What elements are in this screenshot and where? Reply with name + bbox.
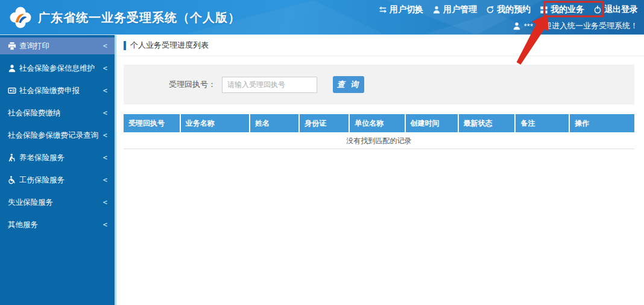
sidebar-item[interactable]: 社会保险费缴纳 < xyxy=(0,104,115,121)
welcome-text: 欢迎进入统一业务受理系统！ xyxy=(536,21,638,31)
sidebar-item[interactable]: 查询打印 < xyxy=(0,37,115,54)
receipt-number-label: 受理回执号： xyxy=(169,79,216,90)
user-manage-icon xyxy=(432,5,441,14)
top-menu-item-label: 用户切换 xyxy=(390,4,423,15)
top-menu-item[interactable]: 退出登录 xyxy=(593,4,638,15)
top-menu-item-label: 用户管理 xyxy=(443,4,477,15)
sidebar-item[interactable]: 社会保险参保缴费记录查询 < xyxy=(0,127,115,144)
table-header-cell: 受理回执号 xyxy=(124,114,181,132)
table-header-cell: 单位名称 xyxy=(350,114,405,132)
top-menu-item[interactable]: 我的业务 xyxy=(540,4,584,15)
sidebar-item-label: 查询打印 xyxy=(19,41,103,51)
sidebar-item[interactable]: 养老保险服务 < xyxy=(0,149,115,166)
switch-user-icon xyxy=(379,5,387,14)
collapse-chevron-icon: < xyxy=(103,153,107,162)
sidebar-nav: 查询打印 < 社会保险参保信息维护 < 社会保险缴费申报 < 社会保险费缴纳 <… xyxy=(0,35,116,305)
sidebar-item-label: 社会保险参保缴费记录查询 xyxy=(8,130,103,141)
sidebar-item[interactable]: 其他服务 < xyxy=(0,216,115,233)
table-header-cell: 身份证 xyxy=(300,114,350,132)
sidebar-item-label: 养老保险服务 xyxy=(19,153,103,163)
top-menu-item[interactable]: 我的预约 xyxy=(486,4,531,15)
collapse-chevron-icon: < xyxy=(103,198,107,207)
logout-icon xyxy=(593,5,602,14)
sidebar-item[interactable]: 社会保险参保信息维护 < xyxy=(0,60,115,77)
collapse-chevron-icon: < xyxy=(103,131,107,140)
collapse-chevron-icon: < xyxy=(103,176,107,184)
app-title: 广东省统一业务受理系统（个人版） xyxy=(38,5,241,30)
card-icon xyxy=(8,86,16,95)
person-icon xyxy=(8,64,16,72)
wheelchair-icon xyxy=(8,176,16,184)
table-header-cell: 操作 xyxy=(570,114,634,132)
top-menu-item[interactable]: 用户切换 xyxy=(379,4,423,15)
sidebar-item-label: 社会保险参保信息维护 xyxy=(19,63,103,74)
sidebar-item[interactable]: 工伤保险服务 < xyxy=(0,172,115,188)
collapse-chevron-icon: < xyxy=(103,64,107,72)
table-header-cell: 业务名称 xyxy=(181,114,250,132)
printer-icon xyxy=(8,42,16,50)
top-menu: 用户切换 用户管理 我的预约 我的业务 退出登录 xyxy=(379,4,638,15)
progress-table: 受理回执号 业务名称 姓名 身份证 单位名称 创建时间 最新状态 备注 操作 没… xyxy=(124,114,634,149)
table-header-cell: 创建时间 xyxy=(406,114,459,132)
table-header-row: 受理回执号 业务名称 姓名 身份证 单位名称 创建时间 最新状态 备注 操作 xyxy=(124,114,634,132)
table-header-cell: 姓名 xyxy=(250,114,300,132)
top-menu-item-label: 退出登录 xyxy=(604,4,638,15)
table-empty-message: 没有找到匹配的记录 xyxy=(124,132,634,149)
receipt-number-input[interactable] xyxy=(222,77,317,93)
sidebar-item-label: 社会保险费缴纳 xyxy=(8,108,103,118)
brand: 广东省统一业务受理系统（个人版） xyxy=(8,5,241,30)
my-business-icon xyxy=(540,5,548,14)
top-menu-item-label: 我的业务 xyxy=(551,4,584,15)
sidebar-item-label: 工伤保险服务 xyxy=(19,175,103,185)
top-menu-item[interactable]: 用户管理 xyxy=(432,4,477,15)
page-title-row: 个人业务受理进度列表 xyxy=(116,35,644,56)
page-title: 个人业务受理进度列表 xyxy=(130,40,209,51)
my-appointments-icon xyxy=(486,5,494,14)
title-accent-bar xyxy=(124,41,126,50)
search-form-panel: 受理回执号： 查 询 xyxy=(124,65,634,104)
sidebar-item-label: 失业保险服务 xyxy=(8,197,103,208)
top-menu-item-label: 我的预约 xyxy=(497,4,531,15)
person-icon xyxy=(513,22,521,30)
sidebar-item[interactable]: 失业保险服务 < xyxy=(0,194,115,211)
query-button[interactable]: 查 询 xyxy=(333,76,364,93)
sidebar-item-label: 其他服务 xyxy=(8,220,103,230)
collapse-chevron-icon: < xyxy=(103,86,107,95)
main-content: 个人业务受理进度列表 受理回执号： 查 询 受理回执号 业务名称 姓名 身份证 … xyxy=(116,35,644,305)
app-header: 广东省统一业务受理系统（个人版） 用户切换 用户管理 我的预约 我的业务 xyxy=(0,0,644,35)
collapse-chevron-icon: < xyxy=(103,42,107,50)
sidebar-item[interactable]: 社会保险缴费申报 < xyxy=(0,82,115,99)
collapse-chevron-icon: < xyxy=(103,109,107,117)
elderly-icon xyxy=(8,153,16,162)
collapse-chevron-icon: < xyxy=(103,220,107,229)
welcome-message: *** 欢迎进入统一业务受理系统！ xyxy=(513,21,638,31)
table-header-cell: 最新状态 xyxy=(459,114,516,132)
app-logo-icon xyxy=(8,5,33,30)
table-header-cell: 备注 xyxy=(516,114,570,132)
sidebar-item-label: 社会保险缴费申报 xyxy=(19,86,103,96)
welcome-masked-user: *** xyxy=(524,22,533,31)
